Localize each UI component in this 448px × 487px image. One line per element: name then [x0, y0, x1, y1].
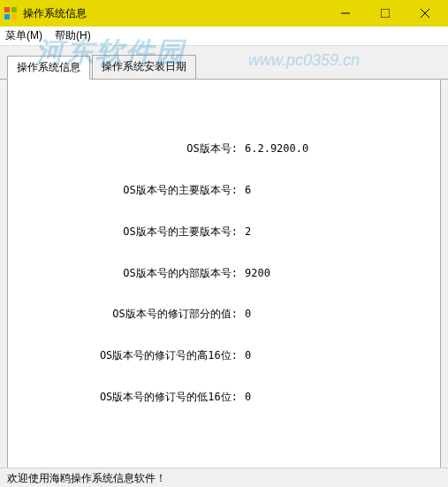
statusbar: 欢迎使用海鸥操作系统信息软件！ [0, 468, 448, 487]
info-label: OS版本号的修订部分的值: [17, 308, 238, 322]
minimize-button[interactable] [325, 0, 365, 27]
info-value: 9200 [238, 267, 270, 281]
info-value: 6.2.9200.0 [238, 142, 308, 156]
menubar: 菜单(M) 帮助(H) [0, 27, 448, 46]
info-label: OS版本号的修订号的低16位: [17, 391, 238, 405]
info-row: OS版本号:6.2.9200.0 [17, 142, 431, 156]
info-row: OS版本号的主要版本号:6 [17, 184, 431, 198]
close-button[interactable] [405, 0, 444, 27]
svg-rect-2 [4, 14, 10, 19]
titlebar: 操作系统信息 [0, 0, 448, 27]
tab-os-info[interactable]: 操作系统信息 [7, 56, 90, 80]
svg-rect-0 [4, 7, 10, 12]
window-controls [325, 0, 444, 27]
info-row: OS版本号的修订部分的值:0 [17, 308, 431, 322]
info-label: OS版本号的修订号的高16位: [17, 349, 238, 363]
os-info-block: OS版本号:6.2.9200.0 OS版本号的主要版本号:6 OS版本号的主要版… [17, 115, 431, 432]
info-label: OS版本号的主要版本号: [17, 225, 238, 240]
info-row: OS版本号的主要版本号:2 [17, 225, 431, 240]
info-value: 2 [238, 225, 251, 240]
info-row: OS版本号的内部版本号:9200 [17, 267, 431, 281]
info-label: OS版本号: [17, 142, 238, 156]
window-title: 操作系统信息 [23, 6, 325, 21]
info-value: 0 [238, 349, 251, 363]
svg-rect-1 [11, 7, 17, 12]
info-label: OS版本号的内部版本号: [17, 267, 238, 281]
svg-rect-3 [11, 14, 17, 19]
maximize-button[interactable] [365, 0, 405, 27]
tab-strip: 操作系统信息 操作系统安装日期 [0, 46, 448, 80]
svg-rect-5 [381, 9, 390, 18]
info-row: OS版本号的修订号的高16位:0 [17, 349, 431, 363]
info-value: 6 [238, 184, 251, 198]
tab-os-install-date[interactable]: 操作系统安装日期 [92, 55, 196, 79]
info-value: 0 [238, 308, 251, 322]
info-value: 0 [238, 391, 251, 405]
menu-main[interactable]: 菜单(M) [5, 28, 42, 43]
info-label: OS版本号的主要版本号: [17, 184, 238, 198]
info-row: OS版本号的修订号的低16位:0 [17, 391, 431, 405]
menu-help[interactable]: 帮助(H) [55, 28, 91, 43]
tab-content: OS版本号:6.2.9200.0 OS版本号的主要版本号:6 OS版本号的主要版… [7, 80, 441, 473]
app-icon [4, 6, 18, 20]
